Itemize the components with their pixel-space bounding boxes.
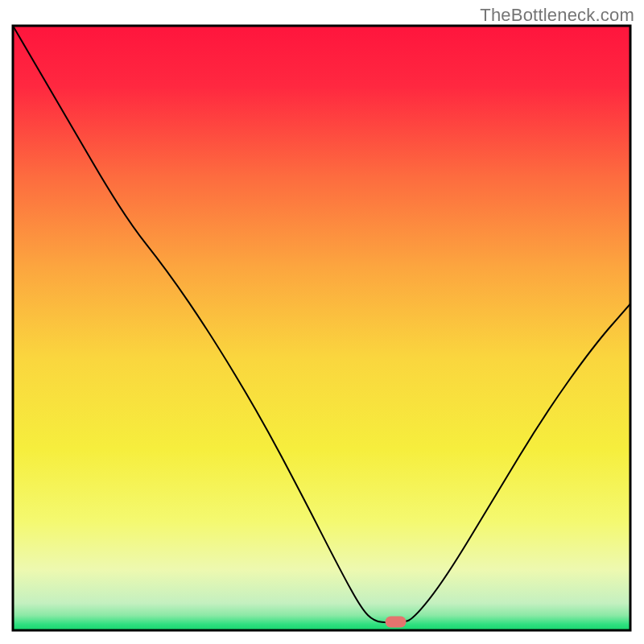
chart-stage: TheBottleneck.com — [0, 0, 644, 644]
watermark-text: TheBottleneck.com — [480, 5, 634, 26]
optimal-marker — [386, 616, 407, 627]
gradient-background — [13, 26, 630, 630]
bottleneck-chart — [0, 0, 644, 644]
